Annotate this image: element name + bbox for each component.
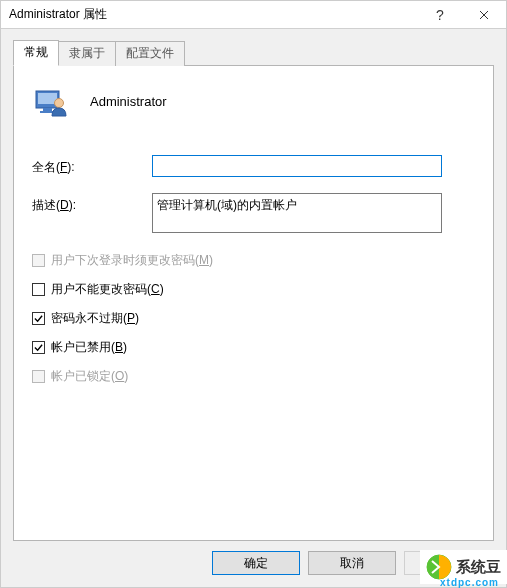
ok-button[interactable]: 确定 (212, 551, 300, 575)
header-divider (32, 130, 475, 131)
tab-profile[interactable]: 配置文件 (115, 41, 185, 66)
tabstrip: 常规 隶属于 配置文件 (13, 41, 494, 66)
fullname-label: 全名(F): (32, 155, 152, 176)
description-row: 描述(D): 管理计算机(域)的内置帐户 (32, 193, 475, 236)
window-title: Administrator 属性 (9, 6, 418, 23)
check-account-locked: 帐户已锁定(O) (32, 368, 475, 385)
checkbox-icon (32, 341, 45, 354)
fullname-row: 全名(F): (32, 155, 475, 177)
cancel-button[interactable]: 取消 (308, 551, 396, 575)
tab-general[interactable]: 常规 (13, 40, 59, 66)
checkbox-icon (32, 254, 45, 267)
check-password-never-expires[interactable]: 密码永不过期(P) (32, 310, 475, 327)
tab-member-of[interactable]: 隶属于 (58, 41, 116, 66)
properties-window: Administrator 属性 ? 常规 隶属于 配置文件 (0, 0, 507, 588)
user-icon (34, 84, 68, 118)
check-icon (34, 314, 43, 323)
fullname-input[interactable] (152, 155, 442, 177)
apply-button: 应用(A) (404, 551, 492, 575)
check-must-change-password: 用户下次登录时须更改密码(M) (32, 252, 475, 269)
checkbox-icon (32, 283, 45, 296)
user-header: Administrator (32, 84, 475, 118)
description-label: 描述(D): (32, 193, 152, 214)
svg-point-6 (55, 99, 64, 108)
close-button[interactable] (462, 1, 506, 28)
checkbox-group: 用户下次登录时须更改密码(M) 用户不能更改密码(C) 密码永不过期(P) 帐户… (32, 252, 475, 385)
user-display-name: Administrator (90, 94, 167, 109)
general-panel: Administrator 全名(F): 描述(D): 管理计算机(域)的内置帐… (13, 66, 494, 541)
checkbox-icon (32, 312, 45, 325)
check-icon (34, 343, 43, 352)
titlebar: Administrator 属性 ? (1, 1, 506, 29)
check-cannot-change-password[interactable]: 用户不能更改密码(C) (32, 281, 475, 298)
title-controls: ? (418, 1, 506, 28)
help-button[interactable]: ? (418, 1, 462, 28)
checkbox-icon (32, 370, 45, 383)
dialog-footer: 确定 取消 应用(A) (1, 541, 506, 587)
description-input[interactable]: 管理计算机(域)的内置帐户 (152, 193, 442, 233)
close-icon (479, 10, 489, 20)
check-account-disabled[interactable]: 帐户已禁用(B) (32, 339, 475, 356)
svg-rect-4 (43, 108, 52, 111)
